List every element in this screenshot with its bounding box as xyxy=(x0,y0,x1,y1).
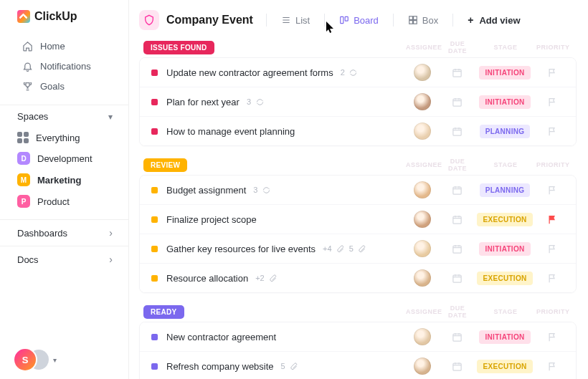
assignee-cell[interactable] xyxy=(405,181,440,198)
priority-cell[interactable] xyxy=(536,361,569,372)
assignee-cell[interactable] xyxy=(405,211,440,228)
extra-count: +4 xyxy=(323,244,332,253)
sidebar-item-home[interactable]: Home xyxy=(0,36,128,56)
priority-cell[interactable] xyxy=(536,97,569,107)
status-pill[interactable]: ISSUES FOUND xyxy=(143,41,214,54)
due-date-cell[interactable] xyxy=(440,67,474,78)
avatar xyxy=(414,269,431,287)
due-date-cell[interactable] xyxy=(440,332,474,342)
status-pill[interactable]: READY xyxy=(143,305,184,319)
stage-cell[interactable]: EXECUTION xyxy=(474,213,536,226)
column-header-assignee: ASSIGNEE xyxy=(406,44,440,51)
priority-cell[interactable] xyxy=(536,185,569,196)
attachment-icon xyxy=(290,362,298,370)
recurring-icon xyxy=(349,68,358,77)
view-list[interactable]: List xyxy=(275,12,316,29)
due-date-cell[interactable] xyxy=(440,214,474,225)
stage-cell[interactable]: PLANNING xyxy=(474,125,536,138)
assignee-cell[interactable] xyxy=(405,93,440,110)
chevron-right-icon: › xyxy=(109,254,113,265)
stage-cell[interactable]: PLANNING xyxy=(474,183,536,197)
stage-cell[interactable]: INITIATION xyxy=(474,242,536,256)
assignee-cell[interactable] xyxy=(405,240,440,257)
avatar xyxy=(414,240,431,257)
workspace-avatar: S xyxy=(14,349,36,370)
avatar xyxy=(414,358,431,375)
priority-cell[interactable] xyxy=(536,273,569,284)
stage-chip: EXECUTION xyxy=(477,360,532,373)
sidebar-space-marketing[interactable]: MMarketing xyxy=(0,169,128,191)
sidebar-item-everything[interactable]: Everything xyxy=(0,128,128,148)
stage-cell[interactable]: INITIATION xyxy=(474,330,536,344)
due-date-cell[interactable] xyxy=(440,361,474,372)
priority-cell[interactable] xyxy=(536,126,569,137)
chevron-down-icon: ▾ xyxy=(53,356,57,364)
status-dot-icon xyxy=(151,187,158,193)
task-row[interactable]: Budget assignment3PLANNING xyxy=(140,176,576,204)
group-issues: ISSUES FOUNDASSIGNEEDUE DATESTAGEPRIORIT… xyxy=(139,37,577,146)
divider xyxy=(324,14,325,27)
priority-cell[interactable] xyxy=(536,214,569,225)
task-row[interactable]: Update new contractor agreement forms2IN… xyxy=(140,58,576,87)
assignee-cell[interactable] xyxy=(405,358,440,375)
workspace-switcher[interactable]: S ▾ xyxy=(14,349,57,370)
task-title: Plan for next year xyxy=(166,97,240,107)
sidebar-item-docs[interactable]: Docs › xyxy=(0,246,128,272)
due-date-cell[interactable] xyxy=(440,97,474,107)
assignee-cell[interactable] xyxy=(405,269,440,287)
priority-cell[interactable] xyxy=(536,244,569,254)
task-columns: INITIATION xyxy=(405,93,569,110)
avatar xyxy=(414,211,431,228)
sidebar-item-dashboards[interactable]: Dashboards › xyxy=(0,219,128,246)
sidebar-space-development[interactable]: DDevelopment xyxy=(0,148,128,169)
task-row[interactable]: Refresh company website5EXECUTION xyxy=(140,351,576,379)
task-columns: EXECUTION xyxy=(405,358,569,375)
column-header-priority: PRIORITY xyxy=(536,44,569,51)
due-date-cell[interactable] xyxy=(440,126,474,137)
divider xyxy=(393,14,394,27)
column-header-due: DUE DATE xyxy=(440,40,475,54)
task-row[interactable]: New contractor agreementINITIATION xyxy=(140,322,576,351)
brand-name: ClickUp xyxy=(34,10,77,23)
due-date-cell[interactable] xyxy=(440,185,474,196)
sidebar-space-product[interactable]: PProduct xyxy=(0,191,128,212)
column-header-stage: STAGE xyxy=(475,161,536,168)
task-list: Budget assignment3PLANNINGFinalize proje… xyxy=(139,175,577,293)
priority-cell[interactable] xyxy=(536,67,569,78)
due-date-cell[interactable] xyxy=(440,273,474,284)
add-view-button[interactable]: + Add view xyxy=(462,11,526,29)
task-meta: 5 xyxy=(281,362,298,370)
stage-cell[interactable]: EXECUTION xyxy=(474,360,536,373)
stage-cell[interactable]: INITIATION xyxy=(474,66,536,80)
svg-rect-11 xyxy=(452,246,460,253)
status-pill[interactable]: REVIEW xyxy=(143,158,187,172)
assignee-cell[interactable] xyxy=(405,328,440,345)
avatar xyxy=(414,328,431,345)
assignee-cell[interactable] xyxy=(405,123,440,140)
view-box[interactable]: Box xyxy=(402,12,444,29)
stage-cell[interactable]: INITIATION xyxy=(474,95,536,109)
divider xyxy=(266,14,267,27)
task-row[interactable]: Plan for next year3INITIATION xyxy=(140,87,576,116)
task-title: How to manage event planning xyxy=(166,126,295,137)
view-board[interactable]: Board xyxy=(333,12,384,29)
sidebar-spaces-header[interactable]: Spaces ▾ xyxy=(0,105,128,128)
sidebar-item-label: Development xyxy=(37,153,93,164)
group-header: REVIEWASSIGNEEDUE DATESTAGEPRIORITY xyxy=(139,155,577,175)
task-row[interactable]: Finalize project scopeEXECUTION xyxy=(140,204,576,234)
priority-cell[interactable] xyxy=(536,332,569,342)
task-row[interactable]: Gather key resources for live events+45I… xyxy=(140,234,576,263)
svg-rect-7 xyxy=(452,99,460,106)
status-dot-icon xyxy=(151,275,158,282)
task-row[interactable]: How to manage event planningPLANNING xyxy=(140,116,576,145)
group-ready: READYASSIGNEEDUE DATESTAGEPRIORITYNew co… xyxy=(139,302,577,379)
column-header-due: DUE DATE xyxy=(440,304,475,319)
sidebar-item-goals[interactable]: Goals xyxy=(0,76,128,96)
task-columns: EXECUTION xyxy=(405,211,569,228)
due-date-cell[interactable] xyxy=(440,244,474,254)
sidebar-item-notifications[interactable]: Notifications xyxy=(0,56,128,76)
brand[interactable]: ClickUp xyxy=(0,10,128,33)
stage-cell[interactable]: EXECUTION xyxy=(474,272,536,285)
task-row[interactable]: Resource allocation+2EXECUTION xyxy=(140,263,576,292)
assignee-cell[interactable] xyxy=(405,64,440,81)
